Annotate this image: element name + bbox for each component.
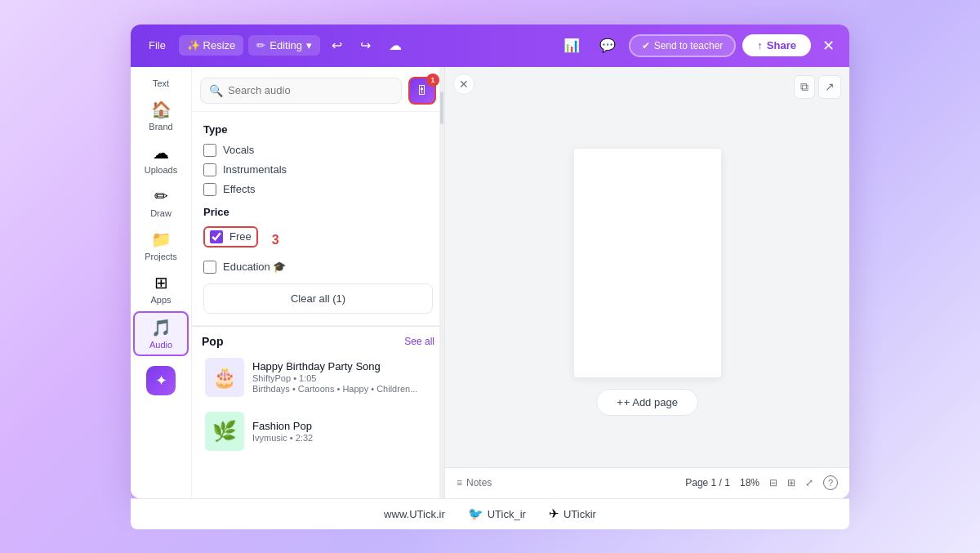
instrumentals-label: Instrumentals (223, 163, 287, 176)
track-1-meta: ShiftyPop • 1:05 (252, 373, 431, 383)
instrumentals-checkbox[interactable] (203, 163, 216, 176)
effects-checkbox-item[interactable]: Effects (203, 183, 433, 196)
uploads-icon: ☁ (153, 143, 169, 163)
sidebar-item-text[interactable]: Text (133, 75, 189, 93)
telegram-icon: ✈ (549, 506, 559, 521)
add-page-label: + Add page (624, 396, 678, 408)
clear-all-button[interactable]: Clear all (1) (203, 283, 433, 314)
chat-button[interactable]: 💬 (593, 33, 622, 58)
sidebar-item-brand[interactable]: 🏠 Brand (133, 95, 189, 136)
sidebar-item-magic[interactable]: ✦ (133, 361, 189, 400)
canvas-close-button[interactable]: ✕ (453, 74, 474, 95)
effects-label: Effects (223, 183, 256, 195)
pop-section: Pop See all 🎂 Happy Birthday Party Song … (192, 327, 444, 466)
scrollbar-thumb (440, 91, 443, 124)
free-checkbox[interactable] (210, 230, 223, 243)
notes-icon: ≡ (457, 477, 462, 488)
plus-icon: + (617, 396, 623, 408)
track-2-info: Fashion Pop Ivymusic • 2:32 (252, 420, 431, 443)
view-toggle[interactable]: ⊟ (769, 477, 777, 488)
vocals-checkbox-item[interactable]: Vocals (203, 144, 433, 157)
sidebar-audio-label: Audio (149, 340, 172, 350)
instrumentals-checkbox-item[interactable]: Instrumentals (203, 163, 433, 176)
education-checkbox-item[interactable]: Education 🎓 (203, 261, 433, 274)
send-teacher-label: Send to teacher (654, 40, 724, 51)
chevron-down-icon: ▾ (306, 39, 312, 51)
filter-badge: 1 (426, 74, 439, 87)
track-2-title: Fashion Pop (252, 420, 431, 432)
share-button[interactable]: ↑ Share (742, 34, 811, 56)
header-right: 📊 💬 ✔ Send to teacher ↑ Share ✕ (557, 33, 840, 58)
help-button[interactable]: ? (823, 475, 838, 490)
track-2-thumb: 🌿 (205, 412, 244, 451)
multi-grid-icon: ⊞ (787, 477, 795, 488)
grid-view-icon: ⊟ (769, 477, 777, 488)
panel-scrollbar[interactable] (439, 67, 444, 498)
sidebar-item-uploads[interactable]: ☁ Uploads (133, 138, 189, 180)
header: File ✨ Resize ✏ Editing ▾ ↩ ↪ ☁ 📊 💬 ✔ Se… (131, 25, 849, 67)
fullscreen-icon: ⤢ (805, 477, 813, 488)
sidebar-projects-label: Projects (145, 252, 177, 261)
send-to-teacher-button[interactable]: ✔ Send to teacher (629, 34, 737, 57)
fullscreen-button[interactable]: ⤢ (805, 477, 813, 488)
sidebar-uploads-label: Uploads (145, 165, 177, 175)
projects-icon: 📁 (151, 230, 172, 249)
apps-icon: ⊞ (154, 273, 168, 292)
vocals-label: Vocals (223, 144, 254, 156)
add-page-button[interactable]: + + Add page (596, 389, 698, 416)
undo-button[interactable]: ↩ (325, 33, 349, 58)
track-1-info: Happy Birthday Party Song ShiftyPop • 1:… (252, 360, 431, 394)
close-button[interactable]: ✕ (817, 33, 840, 58)
footer-twitter: 🐦 UTick_ir (468, 506, 526, 521)
canvas-page (574, 149, 721, 377)
search-icon: 🔍 (209, 84, 223, 97)
audio-track-1[interactable]: 🎂 Happy Birthday Party Song ShiftyPop • … (202, 355, 434, 400)
bottom-bar: ≡ Notes Page 1 / 1 18% ⊟ ⊞ ⤢ (445, 467, 849, 498)
redo-button[interactable]: ↪ (354, 33, 377, 58)
sidebar-item-audio[interactable]: 🎵 Audio 1 (133, 311, 189, 356)
see-all-link[interactable]: See all (404, 336, 434, 347)
sidebar: Text 🏠 Brand ☁ Uploads ✏ Draw 📁 Projects (131, 67, 192, 498)
share-icon: ↑ (757, 39, 763, 51)
sidebar-text-label: Text (153, 78, 169, 88)
filter-button[interactable]: 🎚 1 (408, 77, 436, 105)
footer-telegram: ✈ UTickir (549, 506, 596, 521)
education-checkbox[interactable] (203, 261, 216, 274)
notes-label: Notes (466, 477, 492, 488)
notes-button[interactable]: ≡ Notes (457, 477, 492, 488)
help-icon: ? (823, 475, 838, 490)
sidebar-item-apps[interactable]: ⊞ Apps (133, 268, 189, 310)
vocals-checkbox[interactable] (203, 144, 216, 157)
draw-icon: ✏ (154, 186, 168, 206)
track-1-title: Happy Birthday Party Song (252, 360, 431, 372)
price-section: Price Free 3 Education 🎓 (203, 206, 433, 274)
expand-button[interactable]: ↗ (818, 75, 841, 99)
copy-button[interactable]: ⧉ (794, 75, 815, 99)
website-text: www.UTick.ir (384, 508, 445, 520)
free-checkbox-wrap[interactable]: Free (203, 226, 258, 248)
filter-icon: 🎚 (416, 83, 429, 98)
chart-button[interactable]: 📊 (557, 33, 586, 58)
price-section-title: Price (203, 206, 433, 218)
page-info: Page 1 / 1 (685, 477, 730, 488)
sidebar-item-projects[interactable]: 📁 Projects (133, 225, 189, 266)
main-content: Text 🏠 Brand ☁ Uploads ✏ Draw 📁 Projects (131, 67, 849, 498)
resize-button[interactable]: ✨ Resize (179, 35, 243, 56)
effects-checkbox[interactable] (203, 183, 216, 196)
audio-track-2[interactable]: 🌿 Fashion Pop Ivymusic • 2:32 (202, 408, 434, 454)
sidebar-item-draw[interactable]: ✏ Draw (133, 181, 189, 223)
canvas-toolbar: ⧉ ↗ (794, 75, 841, 99)
file-button[interactable]: File (140, 35, 174, 56)
search-input[interactable] (228, 84, 393, 96)
search-bar: 🔍 🎚 1 2 (192, 67, 444, 112)
sidebar-apps-label: Apps (150, 295, 171, 305)
search-input-wrap[interactable]: 🔍 (200, 78, 402, 104)
free-label: Free (229, 230, 252, 243)
cloud-button[interactable]: ☁ (382, 33, 408, 58)
twitter-icon: 🐦 (468, 506, 483, 521)
editing-button[interactable]: ✏ Editing ▾ (248, 35, 320, 56)
magic-icon: ✦ (146, 366, 176, 395)
multi-view-toggle[interactable]: ⊞ (787, 477, 795, 488)
track-2-artist: Ivymusic (252, 433, 287, 443)
track-2-emoji: 🌿 (212, 420, 237, 443)
